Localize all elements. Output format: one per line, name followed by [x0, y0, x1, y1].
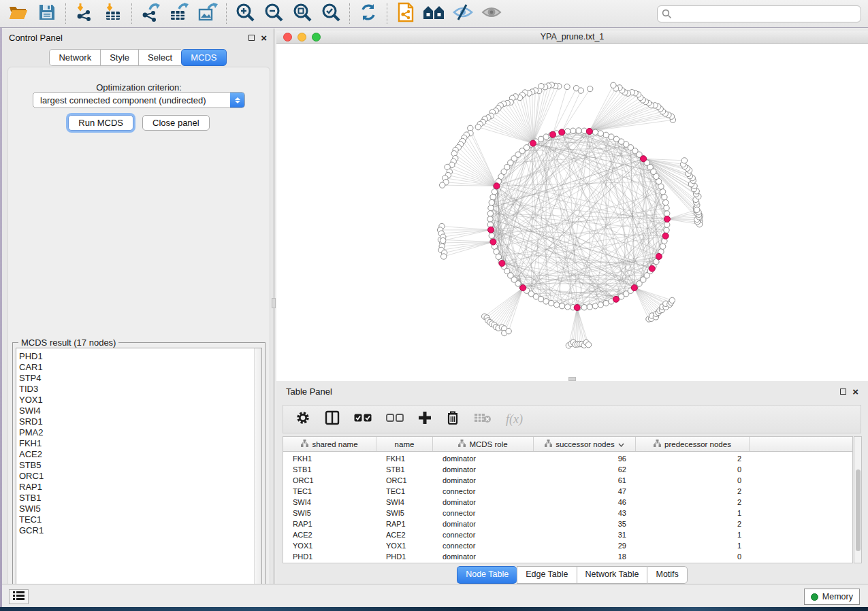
network-node[interactable]: [592, 129, 598, 135]
deselect-all-button[interactable]: [386, 413, 404, 425]
network-node[interactable]: [660, 244, 665, 249]
tab-motifs[interactable]: Motifs: [647, 566, 687, 584]
mcds-result-item[interactable]: PMA2: [16, 427, 261, 438]
network-node[interactable]: [489, 233, 494, 238]
mcds-hub-node[interactable]: [664, 216, 671, 222]
network-node[interactable]: [664, 222, 670, 227]
mcds-hub-node[interactable]: [494, 183, 500, 189]
import-network-button[interactable]: [73, 3, 96, 24]
network-node[interactable]: [587, 304, 592, 310]
network-node[interactable]: [603, 300, 609, 306]
float-table-panel-icon[interactable]: [840, 389, 846, 395]
mcds-hub-node[interactable]: [574, 305, 580, 311]
table-scrollbar[interactable]: [854, 436, 862, 563]
network-window-titlebar[interactable]: YPA_prune.txt_1: [276, 31, 868, 44]
column-header-shared-name[interactable]: shared name: [283, 437, 376, 451]
mcds-result-item[interactable]: STB1: [16, 493, 261, 503]
zoom-out-button[interactable]: [262, 3, 285, 24]
run-mcds-button[interactable]: Run MCDS: [68, 115, 133, 131]
vertical-splitter-handle[interactable]: [272, 298, 276, 308]
export-table-button[interactable]: [167, 3, 191, 24]
network-node[interactable]: [475, 125, 481, 130]
node-table[interactable]: shared namenameMCDS rolesuccessor nodesp…: [283, 436, 853, 563]
network-node[interactable]: [506, 329, 511, 334]
tab-edge-table[interactable]: Edge Table: [517, 566, 576, 584]
mcds-hub-node[interactable]: [490, 239, 496, 245]
task-history-button[interactable]: [9, 589, 29, 604]
share-document-button[interactable]: [394, 3, 417, 24]
mcds-hub-node[interactable]: [656, 253, 662, 259]
network-node[interactable]: [564, 84, 570, 89]
import-table-button[interactable]: [101, 3, 125, 24]
mcds-result-item[interactable]: GCR1: [16, 525, 261, 536]
network-node[interactable]: [543, 299, 549, 304]
network-node[interactable]: [581, 305, 587, 310]
network-node[interactable]: [664, 211, 670, 216]
hide-selected-button[interactable]: [451, 3, 475, 24]
mcds-result-item[interactable]: ACE2: [16, 449, 261, 460]
mcds-result-item[interactable]: FKH1: [16, 438, 261, 449]
network-node[interactable]: [559, 303, 564, 309]
mcds-list-scrollbar[interactable]: [254, 348, 261, 592]
table-row[interactable]: ACE2ACE2connector311: [283, 529, 852, 540]
zoom-fit-button[interactable]: [291, 3, 314, 24]
network-node[interactable]: [570, 128, 576, 133]
mcds-hub-node[interactable]: [641, 156, 647, 162]
function-builder-button[interactable]: f(x): [506, 412, 523, 427]
column-header-successor-nodes[interactable]: successor nodes: [534, 437, 636, 451]
show-columns-button[interactable]: [325, 410, 340, 428]
network-node[interactable]: [487, 211, 493, 216]
mcds-result-item[interactable]: TEC1: [16, 514, 261, 525]
zoom-selected-button[interactable]: [319, 3, 342, 24]
tab-select[interactable]: Select: [138, 49, 181, 66]
network-node[interactable]: [603, 132, 609, 137]
network-node[interactable]: [664, 227, 669, 233]
network-node[interactable]: [585, 342, 591, 348]
network-node[interactable]: [663, 199, 669, 205]
network-node[interactable]: [576, 128, 581, 133]
memory-button[interactable]: Memory: [804, 589, 860, 605]
network-node[interactable]: [660, 189, 665, 195]
mcds-hub-node[interactable]: [488, 227, 494, 233]
mcds-hub-node[interactable]: [613, 296, 619, 302]
horizontal-splitter-handle[interactable]: [568, 377, 576, 381]
network-node[interactable]: [611, 82, 616, 88]
mcds-hub-node[interactable]: [559, 129, 565, 135]
network-node[interactable]: [487, 216, 493, 222]
network-node[interactable]: [664, 205, 669, 211]
network-node[interactable]: [681, 158, 687, 163]
mcds-result-item[interactable]: STB5: [16, 460, 261, 471]
tab-network[interactable]: Network: [49, 49, 100, 66]
table-row[interactable]: SWI5SWI5connector431: [283, 508, 852, 518]
tab-node-table[interactable]: Node Table: [457, 566, 517, 584]
column-menu-icon[interactable]: [618, 440, 624, 448]
table-row[interactable]: RAP1RAP1dominator352: [283, 518, 852, 529]
column-header-predecessor-nodes[interactable]: predecessor nodes: [636, 437, 750, 451]
tab-mcds[interactable]: MCDS: [181, 49, 226, 66]
close-panel-button[interactable]: Close panel: [142, 115, 210, 131]
column-header-name[interactable]: name: [376, 437, 433, 451]
network-node[interactable]: [662, 195, 667, 200]
mcds-hub-node[interactable]: [662, 233, 669, 239]
show-all-button[interactable]: [480, 3, 503, 24]
optimization-criterion-dropdown[interactable]: largest connected component (undirected): [33, 92, 245, 108]
table-options-button[interactable]: [295, 410, 310, 428]
overview-button[interactable]: [423, 3, 446, 24]
mcds-result-item[interactable]: PHD1: [16, 351, 261, 362]
mcds-result-item[interactable]: STP4: [16, 373, 261, 384]
network-node[interactable]: [489, 199, 494, 205]
mcds-hub-node[interactable]: [520, 285, 526, 291]
open-file-button[interactable]: [7, 3, 30, 24]
mcds-result-item[interactable]: ORC1: [16, 471, 261, 482]
network-canvas[interactable]: [276, 44, 868, 381]
network-node[interactable]: [488, 205, 494, 211]
network-node[interactable]: [598, 302, 603, 308]
network-node[interactable]: [565, 129, 570, 134]
column-header-MCDS-role[interactable]: MCDS role: [433, 437, 534, 451]
close-panel-icon[interactable]: ×: [261, 35, 267, 41]
mcds-result-item[interactable]: CAR1: [16, 362, 261, 373]
network-node[interactable]: [490, 195, 496, 200]
network-node[interactable]: [549, 300, 554, 306]
table-row[interactable]: PHD1PHD1dominator180: [283, 551, 852, 562]
delete-table-button[interactable]: [474, 412, 492, 427]
